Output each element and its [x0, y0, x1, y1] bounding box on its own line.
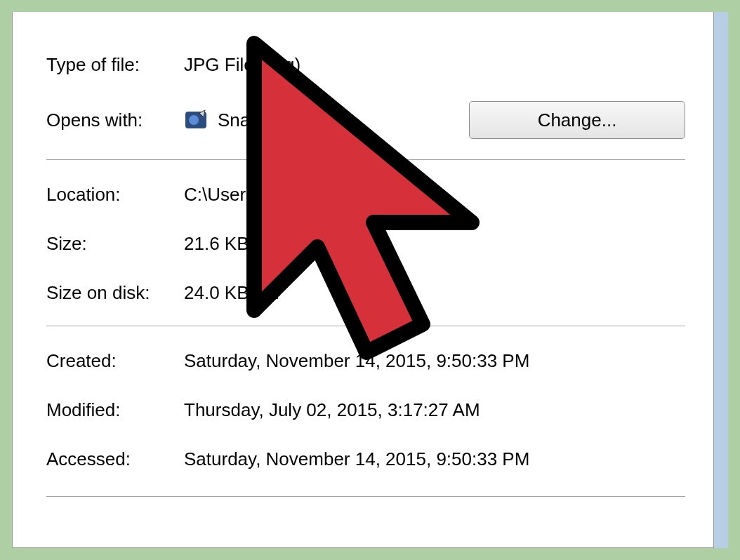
- svg-point-1: [189, 115, 199, 125]
- change-button[interactable]: Change...: [469, 101, 685, 139]
- value-size-on-disk-b: byte: [343, 282, 378, 304]
- label-created: Created:: [46, 350, 184, 372]
- label-size: Size:: [46, 233, 184, 255]
- value-size-on-disk-a: 24.0 KB (24: [184, 282, 280, 304]
- row-modified: Modified: Thursday, July 02, 2015, 3:17:…: [46, 385, 685, 434]
- row-location: Location: C:\Users\Us: [46, 170, 685, 219]
- label-accessed: Accessed:: [46, 448, 184, 470]
- screenshot-frame: Type of file: JPG File (.jpg) Opens with…: [12, 12, 728, 548]
- label-type-of-file: Type of file:: [46, 54, 184, 76]
- label-modified: Modified:: [46, 399, 184, 421]
- label-size-on-disk: Size on disk:: [46, 282, 184, 304]
- value-created: Saturday, November 14, 2015, 9:50:33 PM: [184, 350, 529, 372]
- properties-content: Type of file: JPG File (.jpg) Opens with…: [46, 40, 685, 507]
- value-location: C:\Users\Us: [184, 184, 282, 206]
- value-opens-with: Snagit: [218, 109, 270, 131]
- row-type-of-file: Type of file: JPG File (.jpg): [46, 40, 685, 89]
- row-created: Created: Saturday, November 14, 2015, 9:…: [46, 336, 685, 385]
- separator-2: [46, 326, 685, 326]
- row-size: Size: 21.6 KB (22: [46, 219, 685, 268]
- separator-3: [46, 496, 685, 497]
- label-location: Location:: [46, 184, 184, 206]
- value-size: 21.6 KB (22: [184, 233, 280, 255]
- snagit-editor-icon: [184, 107, 209, 133]
- value-modified: Thursday, July 02, 2015, 3:17:27 AM: [184, 399, 480, 421]
- value-type-of-file: JPG File (.jpg): [184, 54, 300, 76]
- row-accessed: Accessed: Saturday, November 14, 2015, 9…: [46, 434, 685, 484]
- row-size-on-disk: Size on disk: 24.0 KB (24 byte: [46, 268, 685, 317]
- label-opens-with: Opens with:: [46, 109, 184, 131]
- properties-dialog-body: Type of file: JPG File (.jpg) Opens with…: [12, 12, 714, 548]
- row-opens-with: Opens with: Snagit Change...: [46, 89, 685, 151]
- right-blue-strip: [714, 12, 728, 548]
- value-accessed: Saturday, November 14, 2015, 9:50:33 PM: [184, 448, 529, 470]
- separator-1: [46, 159, 685, 160]
